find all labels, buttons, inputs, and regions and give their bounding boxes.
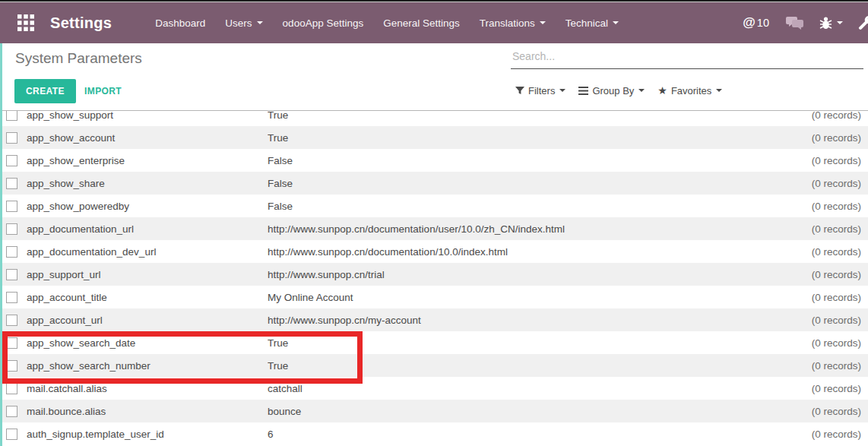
navbar-menu-item[interactable]: General Settings xyxy=(373,2,470,43)
app-title[interactable]: Settings xyxy=(50,14,112,32)
navbar-menu-item[interactable]: Translations xyxy=(470,2,556,43)
table-row[interactable]: mail.bounce.alias bounce (0 records) xyxy=(0,400,868,422)
star-icon: ★ xyxy=(657,84,667,96)
apps-grid-icon[interactable] xyxy=(11,8,41,38)
table-row[interactable]: auth_signup.template_user_id 6 (0 record… xyxy=(0,422,868,445)
table-row[interactable]: mail.catchall.alias catchall (0 records) xyxy=(0,377,868,400)
table-row[interactable]: app_show_account True (0 records) xyxy=(0,126,868,149)
param-key-cell: app_documentation_url xyxy=(27,223,268,235)
param-value-cell: False xyxy=(268,155,762,166)
table-row[interactable]: app_show_search_number True (0 records) xyxy=(0,354,868,377)
row-checkbox[interactable] xyxy=(6,337,17,349)
records-count-cell: (0 records) xyxy=(762,110,868,121)
row-checkbox[interactable] xyxy=(6,223,17,235)
param-key-cell: app_show_share xyxy=(27,178,268,189)
param-value-cell: False xyxy=(268,201,762,212)
row-checkbox[interactable] xyxy=(6,315,17,326)
table-row[interactable]: app_support_url http://www.sunpop.cn/tri… xyxy=(0,263,868,286)
records-count-cell: (0 records) xyxy=(762,223,868,235)
row-checkbox[interactable] xyxy=(6,110,17,121)
menu-item-label: Dashboard xyxy=(155,17,205,29)
param-value-cell: http://www.sunpop.cn/documentation/user/… xyxy=(268,223,762,235)
records-count-cell: (0 records) xyxy=(762,201,868,212)
param-key-cell: app_account_title xyxy=(27,292,268,303)
row-checkbox[interactable] xyxy=(6,292,17,303)
records-count-cell: (0 records) xyxy=(762,429,868,440)
param-key-cell: app_show_search_date xyxy=(27,337,268,349)
table-row[interactable]: app_documentation_dev_url http://www.sun… xyxy=(0,240,868,263)
param-value-cell: False xyxy=(268,178,762,189)
table-row[interactable]: app_show_poweredby False (0 records) xyxy=(0,195,868,217)
records-count-cell: (0 records) xyxy=(762,337,868,349)
funnel-filter-icon xyxy=(515,86,524,95)
messages-chat-icon[interactable] xyxy=(786,15,804,30)
records-count-cell: (0 records) xyxy=(762,178,868,189)
menu-item-label: Translations xyxy=(480,17,535,29)
table-row[interactable]: app_account_title My Online Account (0 r… xyxy=(0,286,868,308)
records-count-cell: (0 records) xyxy=(762,246,868,258)
table-row[interactable]: app_show_share False (0 records) xyxy=(0,172,868,195)
row-checkbox[interactable] xyxy=(6,360,17,372)
param-key-cell: app_account_url xyxy=(27,315,268,326)
left-accent-strip xyxy=(0,43,2,446)
table-row[interactable]: app_show_enterprise False (0 records) xyxy=(0,149,868,172)
create-button[interactable]: CREATE xyxy=(14,79,76,103)
param-value-cell: True xyxy=(268,132,762,144)
favorites-dropdown[interactable]: ★ Favorites xyxy=(657,84,722,96)
activities-counter[interactable]: @ 10 xyxy=(743,15,769,30)
param-key-cell: app_show_poweredby xyxy=(27,201,268,212)
param-value-cell: bounce xyxy=(268,406,762,417)
row-checkbox[interactable] xyxy=(6,132,17,144)
param-key-cell: mail.bounce.alias xyxy=(27,406,268,417)
search-options-bar: Filters Group By ★ Favorites xyxy=(515,84,735,96)
row-checkbox[interactable] xyxy=(6,429,17,440)
debug-bug-icon[interactable] xyxy=(819,16,843,30)
search-input[interactable] xyxy=(511,46,863,69)
navbar-menu-item[interactable]: Technical xyxy=(556,2,629,43)
chevron-down-icon xyxy=(716,89,722,92)
table-row[interactable]: app_show_support True (0 records) xyxy=(0,110,868,126)
navbar-menu: Dashboard Users odooApp Settings General… xyxy=(145,2,629,43)
param-value-cell: My Online Account xyxy=(268,292,762,303)
param-value-cell: http://www.sunpop.cn/documentation/10.0/… xyxy=(268,246,762,258)
param-key-cell: app_show_search_number xyxy=(27,360,268,372)
row-checkbox[interactable] xyxy=(6,406,17,417)
records-count-cell: (0 records) xyxy=(762,269,868,280)
chevron-down-icon xyxy=(837,21,843,24)
navbar-menu-item[interactable]: odooApp Settings xyxy=(273,2,374,43)
row-checkbox[interactable] xyxy=(6,155,17,166)
row-checkbox[interactable] xyxy=(6,178,17,189)
chevron-down-icon xyxy=(257,21,263,24)
param-key-cell: app_show_account xyxy=(27,132,268,144)
navbar-menu-item[interactable]: Dashboard xyxy=(145,2,215,43)
activities-count: 10 xyxy=(757,17,769,29)
table-row[interactable]: app_show_search_date True (0 records) xyxy=(0,331,868,354)
menu-item-label: General Settings xyxy=(383,17,460,29)
import-button[interactable]: IMPORT xyxy=(78,79,128,103)
system-parameters-list: app_show_support True (0 records) app_sh… xyxy=(0,110,868,446)
list-rows: app_show_support True (0 records) app_sh… xyxy=(0,110,868,445)
row-checkbox[interactable] xyxy=(6,269,17,280)
records-count-cell: (0 records) xyxy=(762,315,868,326)
group-by-bars-icon xyxy=(578,87,588,95)
table-row[interactable]: app_account_url http://www.sunpop.cn/my-… xyxy=(0,308,868,331)
at-icon: @ xyxy=(743,15,756,30)
param-value-cell: 6 xyxy=(268,429,762,440)
filters-dropdown[interactable]: Filters xyxy=(515,85,565,96)
table-row[interactable]: app_documentation_url http://www.sunpop.… xyxy=(0,217,868,240)
param-key-cell: app_support_url xyxy=(27,269,268,280)
chevron-down-icon xyxy=(540,21,546,24)
navbar-menu-item[interactable]: Users xyxy=(215,2,272,43)
param-value-cell: True xyxy=(268,337,762,349)
param-value-cell: True xyxy=(268,360,762,372)
support-wrench-icon[interactable] xyxy=(858,15,868,30)
group-by-dropdown[interactable]: Group By xyxy=(578,85,645,96)
records-count-cell: (0 records) xyxy=(762,155,868,166)
chevron-down-icon xyxy=(613,21,619,24)
row-checkbox[interactable] xyxy=(6,383,17,394)
favorites-label: Favorites xyxy=(671,85,711,96)
param-value-cell: http://www.sunpop.cn/my-account xyxy=(268,315,762,326)
row-checkbox[interactable] xyxy=(6,246,17,258)
row-checkbox[interactable] xyxy=(6,201,17,212)
menu-item-label: Technical xyxy=(565,17,608,29)
